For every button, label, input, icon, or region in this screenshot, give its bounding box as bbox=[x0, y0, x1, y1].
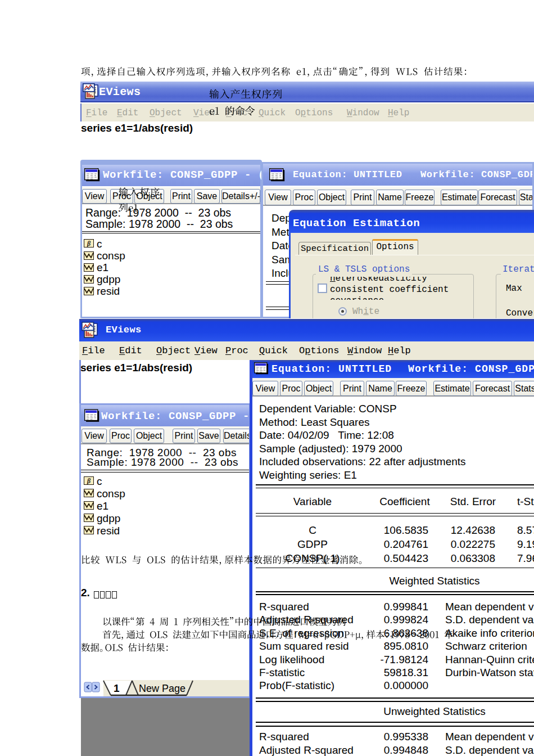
svg-text:β: β bbox=[87, 240, 91, 248]
svg-text:1: 1 bbox=[114, 682, 120, 694]
svg-text:β: β bbox=[87, 477, 91, 485]
svg-text:New Page: New Page bbox=[139, 683, 185, 694]
